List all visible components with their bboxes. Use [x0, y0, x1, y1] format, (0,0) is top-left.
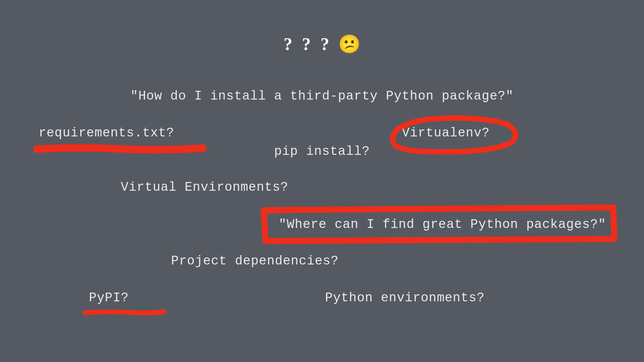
term-pip-install: pip install?: [274, 144, 370, 159]
term-project-dependencies: Project dependencies?: [171, 254, 339, 268]
term-pypi: PyPI?: [89, 291, 129, 305]
question-find-packages: "Where can I find great Python packages?…: [279, 217, 606, 232]
title-question-marks: ? ? ?: [284, 34, 332, 54]
annotation-underline-requirements: [34, 141, 208, 161]
slide-container: ? ? ? 😕 "How do I install a third-party …: [0, 0, 644, 362]
slide-title: ? ? ? 😕: [284, 34, 361, 55]
term-virtualenv: Virtualenv?: [402, 126, 490, 140]
term-virtual-environments: Virtual Environments?: [121, 180, 288, 194]
term-requirements-txt: requirements.txt?: [39, 126, 174, 140]
term-python-environments: Python environments?: [325, 291, 485, 305]
question-install-package: "How do I install a third-party Python p…: [130, 89, 514, 103]
annotation-underline-pypi: [82, 308, 169, 321]
confused-face-icon: 😕: [338, 34, 361, 55]
